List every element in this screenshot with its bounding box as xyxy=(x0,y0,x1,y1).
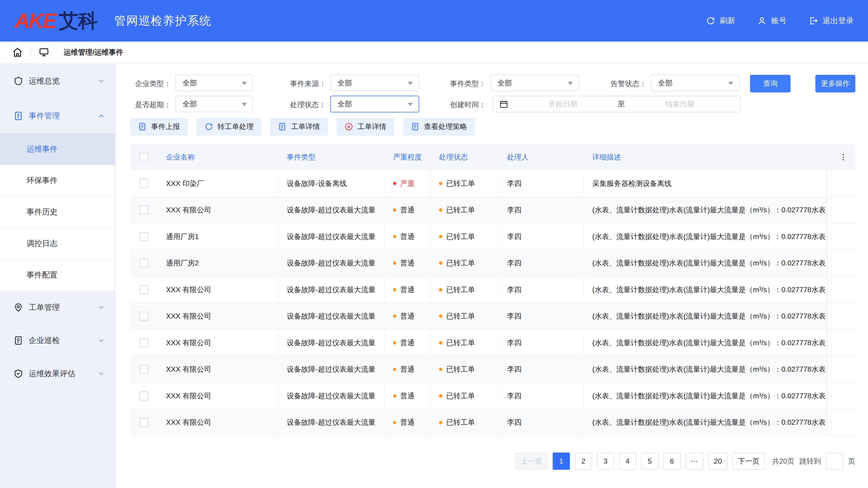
logout-button[interactable]: 退出登录 xyxy=(809,15,854,26)
cell-detail: (水表、流量计数据处理)水表(流量计)最大流量是（m³/s）：0.027778水… xyxy=(584,223,827,250)
end-date-placeholder[interactable]: 结束日期 xyxy=(625,99,735,109)
enterprise-type-select[interactable]: 全部 xyxy=(176,75,253,91)
row-checkbox[interactable] xyxy=(140,232,148,241)
search-button[interactable]: 查询 xyxy=(750,75,790,92)
refresh-icon xyxy=(706,16,715,26)
status-dot xyxy=(439,421,442,424)
total-pages-label: 共20页 xyxy=(772,456,794,466)
page-button-4[interactable]: 4 xyxy=(619,453,636,470)
cell-event-type: 设备故障-超过仪表最大流量 xyxy=(278,197,385,223)
row-checkbox[interactable] xyxy=(140,418,148,427)
convert-workorder-button[interactable]: 转工单处理 xyxy=(196,118,261,135)
sidebar-item-workorder-management[interactable]: 工单管理 xyxy=(0,291,115,324)
table-row[interactable]: 通用厂房2 设备故障-超过仪表最大流量 普通 已转工单 李四 (水表、流量计数据… xyxy=(130,250,855,277)
row-checkbox[interactable] xyxy=(140,365,148,374)
scrollbar-track[interactable] xyxy=(827,144,832,170)
sidebar-item-event-history[interactable]: 事件历史 xyxy=(0,196,115,228)
jump-to-label: 跳转到 xyxy=(799,456,821,466)
more-actions-button[interactable]: 更多操作 xyxy=(815,75,855,92)
row-checkbox[interactable] xyxy=(140,205,148,215)
next-page-button[interactable]: 下一页 xyxy=(733,453,765,470)
chevron-up-icon xyxy=(97,112,105,120)
severity-dot xyxy=(393,394,397,398)
page-button-5[interactable]: 5 xyxy=(641,453,658,470)
document-icon xyxy=(13,111,23,121)
row-checkbox[interactable] xyxy=(140,259,148,267)
account-button[interactable]: 账号 xyxy=(757,15,786,26)
view-strategy-button[interactable]: 查看处理策略 xyxy=(403,118,475,135)
create-time-label: 创建时间： xyxy=(445,96,486,113)
sidebar-item-enterprise-inspection[interactable]: 企业巡检 xyxy=(0,324,115,357)
workorder-detail-button[interactable]: 工单详情 xyxy=(270,118,328,135)
page-button-2[interactable]: 2 xyxy=(575,453,592,470)
status-dot xyxy=(439,182,442,185)
sidebar-item-ops-events[interactable]: 运维事件 xyxy=(0,133,115,165)
cell-severity: 普通 xyxy=(385,303,431,329)
cell-handler: 李四 xyxy=(499,410,584,435)
page-ellipsis[interactable]: ⋯ xyxy=(686,453,704,470)
table-row[interactable]: XXX 有限公司 设备故障-超过仪表最大流量 普通 已转工单 李四 (水表、流量… xyxy=(130,330,855,357)
page-button-1[interactable]: 1 xyxy=(553,453,570,470)
severity-dot xyxy=(393,421,397,424)
jump-page-input[interactable] xyxy=(826,453,843,470)
cell-company: XXX 有限公司 xyxy=(158,276,278,303)
table-row[interactable]: XXX 有限公司 设备故障-超过仪表最大流量 普通 已转工单 李四 (水表、流量… xyxy=(130,383,855,410)
table-row[interactable]: 通用厂房1 设备故障-超过仪表最大流量 普通 已转工单 李四 (水表、流量计数据… xyxy=(130,223,855,250)
row-checkbox[interactable] xyxy=(140,392,148,400)
sidebar-item-event-management[interactable]: 事件管理 xyxy=(0,98,115,133)
start-date-placeholder[interactable]: 开始日期 xyxy=(508,99,618,109)
page-button-3[interactable]: 3 xyxy=(597,453,614,470)
cell-detail: (水表、流量计数据处理)水表(流量计)最大流量是（m³/s）：0.027778水… xyxy=(584,276,827,303)
column-settings-icon[interactable] xyxy=(839,153,848,162)
logo: AKE 艾科 xyxy=(14,10,98,31)
event-type-select[interactable]: 全部 xyxy=(491,75,579,91)
sidebar-item-ops-overview[interactable]: 运维总览 xyxy=(0,64,115,98)
row-checkbox[interactable] xyxy=(140,312,148,321)
sidebar-item-label: 事件管理 xyxy=(29,111,60,121)
event-source-value: 全部 xyxy=(338,78,352,88)
table-row[interactable]: XXX 有限公司 设备故障-超过仪表最大流量 普通 已转工单 李四 (水表、流量… xyxy=(130,276,855,303)
row-checkbox[interactable] xyxy=(140,285,148,294)
handle-status-select[interactable]: 全部 xyxy=(331,96,419,112)
document-icon xyxy=(411,122,420,131)
overdue-label: 是否超期： xyxy=(130,96,171,113)
scrollbar-track xyxy=(827,383,832,409)
sidebar-item-event-config[interactable]: 事件配置 xyxy=(0,260,115,291)
header-actions: 刷新 账号 退出登录 xyxy=(706,15,854,26)
prev-page-button[interactable]: 上一页 xyxy=(515,453,548,470)
overdue-value: 全部 xyxy=(183,99,197,109)
table-row[interactable]: XXX 印染厂 设备故障-设备离线 严重 已转工单 李四 采集服务器检测设备离线 xyxy=(130,170,855,197)
sidebar-item-ops-effect-evaluation[interactable]: 运维效果评估 xyxy=(0,357,115,391)
table-row[interactable]: XXX 有限公司 设备故障-超过仪表最大流量 普通 已转工单 李四 (水表、流量… xyxy=(130,356,855,383)
date-range-picker[interactable]: 开始日期 至 结束日期 xyxy=(493,96,741,112)
sidebar-item-env-events[interactable]: 环保事件 xyxy=(0,165,115,197)
home-icon[interactable] xyxy=(12,47,23,58)
header-company: 企业名称 xyxy=(158,144,278,170)
workorder-close-button[interactable]: 工单详情 xyxy=(337,118,394,135)
table-row[interactable]: XXX 有限公司 设备故障-超过仪表最大流量 普通 已转工单 李四 (水表、流量… xyxy=(130,303,855,330)
app-title: 管网巡检养护系统 xyxy=(114,13,212,29)
refresh-label: 刷新 xyxy=(720,15,735,26)
event-source-select[interactable]: 全部 xyxy=(331,75,419,91)
alarm-status-select[interactable]: 全部 xyxy=(651,75,740,91)
row-checkbox[interactable] xyxy=(140,338,148,347)
page-button-6[interactable]: 6 xyxy=(663,453,681,470)
overdue-select[interactable]: 全部 xyxy=(176,96,253,112)
sidebar-item-control-logs[interactable]: 调控日志 xyxy=(0,228,115,260)
row-checkbox[interactable] xyxy=(140,179,148,188)
cell-status: 已转工单 xyxy=(431,383,499,409)
cell-handler: 李四 xyxy=(499,276,584,303)
page-button-20[interactable]: 20 xyxy=(708,453,727,470)
select-all-checkbox[interactable] xyxy=(140,153,148,162)
table-row[interactable]: XXX 有限公司 设备故障-超过仪表最大流量 普通 已转工单 李四 (水表、流量… xyxy=(130,197,855,224)
event-report-button[interactable]: 事件上报 xyxy=(130,118,188,135)
cell-company: XXX 有限公司 xyxy=(158,410,278,435)
table-row[interactable]: XXX 有限公司 设备故障-超过仪表最大流量 普通 已转工单 李四 (水表、流量… xyxy=(130,410,855,436)
cell-event-type: 设备故障-超过仪表最大流量 xyxy=(278,410,385,435)
event-source-label: 事件来源： xyxy=(285,75,326,92)
refresh-button[interactable]: 刷新 xyxy=(706,15,735,26)
handle-status-value: 全部 xyxy=(338,99,352,109)
monitor-icon[interactable] xyxy=(39,47,49,58)
chevron-down-icon xyxy=(97,303,105,311)
cell-severity: 普通 xyxy=(385,223,431,250)
